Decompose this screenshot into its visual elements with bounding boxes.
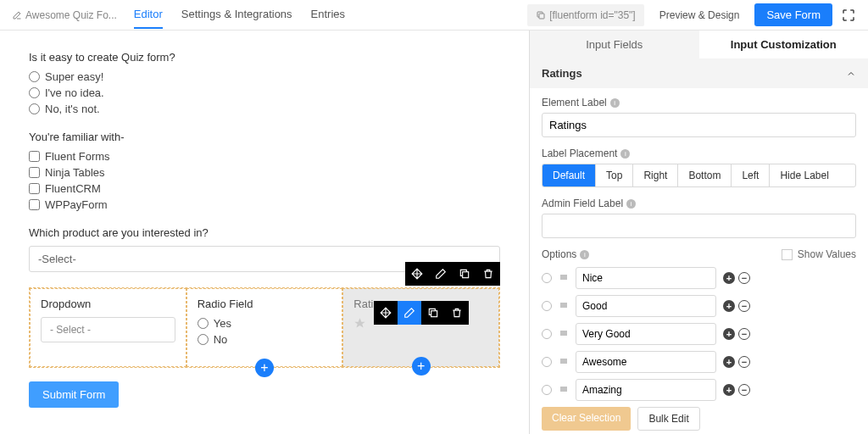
question-label: Is it easy to create Quiz form? — [29, 51, 500, 64]
option-row: +− — [542, 323, 856, 345]
option-row: +− — [542, 379, 856, 401]
checkbox-option[interactable] — [29, 183, 40, 194]
drag-icon[interactable] — [559, 272, 569, 285]
option-remove[interactable]: − — [738, 272, 750, 284]
move-icon[interactable] — [374, 301, 398, 325]
svg-rect-1 — [463, 272, 469, 278]
svg-rect-2 — [431, 311, 437, 317]
option-row: +− — [542, 295, 856, 317]
info-icon[interactable]: i — [626, 199, 636, 209]
tab-settings[interactable]: Settings & Integrations — [181, 1, 292, 29]
field-toolbar-outer — [405, 262, 500, 286]
trash-icon[interactable] — [445, 301, 469, 325]
radio-option[interactable] — [198, 318, 209, 329]
submit-button[interactable]: Submit Form — [29, 381, 119, 408]
panel-tab-input-fields[interactable]: Input Fields — [530, 31, 699, 58]
radio-option[interactable] — [29, 71, 40, 82]
edit-icon[interactable] — [429, 262, 453, 286]
info-icon[interactable]: i — [580, 250, 589, 259]
admin-field-label-input[interactable] — [542, 214, 856, 238]
option-input[interactable] — [576, 379, 716, 401]
question-radio: Is it easy to create Quiz form? Super ea… — [29, 51, 500, 115]
fullscreen-icon[interactable] — [841, 8, 856, 23]
drag-icon[interactable] — [559, 356, 569, 369]
info-icon[interactable]: i — [620, 149, 630, 159]
question-label: Which product are you interested in? — [29, 226, 500, 239]
column-radio[interactable]: Radio Field Yes No — [186, 288, 343, 367]
element-label-input[interactable] — [542, 113, 856, 137]
placement-right[interactable]: Right — [633, 164, 678, 186]
move-icon[interactable] — [405, 262, 429, 286]
shortcode-chip[interactable]: [fluentform id="35"] — [527, 4, 644, 26]
option-remove[interactable]: − — [738, 328, 750, 340]
edit-icon[interactable] — [398, 301, 421, 325]
dropdown-select[interactable]: - Select - — [41, 317, 175, 342]
preview-design-button[interactable]: Preview & Design — [653, 4, 747, 26]
copy-icon[interactable] — [453, 262, 476, 286]
option-input[interactable] — [576, 267, 716, 289]
radio-option[interactable] — [29, 103, 40, 114]
option-input[interactable] — [576, 295, 716, 317]
option-row: +− — [542, 267, 856, 289]
field-toolbar-inner — [374, 301, 469, 325]
option-add[interactable]: + — [723, 300, 735, 312]
add-button[interactable]: + — [255, 359, 274, 377]
drag-icon[interactable] — [559, 300, 569, 313]
show-values-toggle[interactable]: Show Values — [782, 248, 856, 260]
radio-option[interactable] — [29, 87, 40, 98]
tab-entries[interactable]: Entries — [311, 1, 345, 29]
placement-bottom[interactable]: Bottom — [678, 164, 732, 186]
breadcrumb: Awesome Quiz Fo... — [12, 9, 117, 21]
bulk-edit-button[interactable]: Bulk Edit — [637, 407, 699, 431]
option-add[interactable]: + — [723, 356, 735, 368]
option-radio[interactable] — [542, 357, 552, 367]
placement-top[interactable]: Top — [596, 164, 633, 186]
save-form-button[interactable]: Save Form — [754, 3, 832, 26]
option-add[interactable]: + — [723, 328, 735, 340]
drag-icon[interactable] — [559, 384, 569, 397]
option-radio[interactable] — [542, 301, 552, 311]
tab-editor[interactable]: Editor — [134, 1, 163, 29]
checkbox-option[interactable] — [29, 199, 40, 210]
option-input[interactable] — [576, 351, 716, 373]
placement-left[interactable]: Left — [732, 164, 770, 186]
column-dropdown[interactable]: Dropdown - Select - — [30, 288, 186, 367]
chevron-up-icon — [846, 69, 856, 79]
info-icon[interactable]: i — [610, 98, 620, 108]
drag-icon[interactable] — [559, 328, 569, 341]
option-radio[interactable] — [542, 273, 552, 283]
option-radio[interactable] — [542, 329, 552, 339]
radio-option[interactable] — [198, 334, 209, 345]
placement-hide[interactable]: Hide Label — [770, 164, 838, 186]
option-remove[interactable]: − — [738, 384, 750, 396]
section-toggle-ratings[interactable]: Ratings — [530, 58, 868, 88]
question-label: You're familiar with- — [29, 131, 500, 143]
question-checkbox: You're familiar with- Fluent Forms Ninja… — [29, 131, 500, 211]
option-remove[interactable]: − — [738, 300, 750, 312]
option-radio[interactable] — [542, 385, 552, 395]
trash-icon[interactable] — [476, 262, 500, 286]
svg-rect-0 — [539, 14, 544, 19]
clear-selection-button[interactable]: Clear Selection — [542, 407, 631, 431]
checkbox-option[interactable] — [29, 167, 40, 178]
option-row: +− — [542, 351, 856, 373]
placement-default[interactable]: Default — [542, 164, 596, 186]
column-ratings[interactable]: Ratings + — [342, 288, 499, 367]
add-button[interactable]: + — [412, 357, 431, 376]
option-add[interactable]: + — [723, 272, 735, 284]
panel-tab-input-customization[interactable]: Input Customization — [699, 31, 869, 58]
option-input[interactable] — [576, 323, 716, 345]
checkbox-option[interactable] — [29, 151, 40, 162]
option-remove[interactable]: − — [738, 356, 750, 368]
copy-icon[interactable] — [421, 301, 445, 325]
label-placement-group: Default Top Right Bottom Left Hide Label — [542, 164, 856, 187]
option-add[interactable]: + — [723, 384, 735, 396]
